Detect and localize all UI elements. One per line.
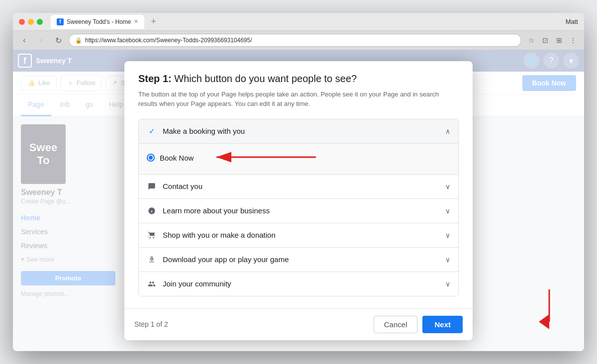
- expanded-content-booking: Book Now: [139, 143, 458, 174]
- user-name: Matt: [566, 18, 578, 25]
- chevron-down-icon-community: ∨: [445, 280, 450, 288]
- chevron-up-icon: ∧: [445, 127, 450, 135]
- tab-close-button[interactable]: ✕: [134, 18, 138, 25]
- back-button[interactable]: ‹: [18, 34, 31, 47]
- traffic-lights: [19, 19, 43, 25]
- maximize-button[interactable]: [37, 19, 43, 25]
- url-bar[interactable]: 🔒 https://www.facebook.com/Sweeney-Todds…: [69, 34, 521, 47]
- radio-dot-book-now: [147, 154, 155, 162]
- url-text: https://www.facebook.com/Sweeney-Todds-2…: [85, 37, 252, 44]
- option-label-learn: Learn more about your business: [163, 206, 445, 215]
- modal-body: Step 1: Which button do you want people …: [124, 61, 473, 308]
- modal-dialog: Step 1: Which button do you want people …: [124, 61, 473, 340]
- sub-options-container: Book Now: [147, 150, 450, 166]
- extensions-icon[interactable]: ⊞: [553, 34, 565, 46]
- refresh-button[interactable]: ↻: [52, 34, 65, 47]
- chevron-down-icon-contact: ∨: [445, 182, 450, 190]
- download-icon: [147, 255, 157, 265]
- modal-description: The button at the top of your Page helps…: [138, 90, 459, 109]
- option-header-contact[interactable]: Contact you ∨: [139, 175, 458, 198]
- bookmark-icon[interactable]: ☆: [525, 34, 537, 46]
- facebook-page: f Sweeney T 🌐 ? ▾ 👍 Like ＋ Follow ↗ Shar…: [13, 50, 584, 351]
- option-group-shop: Shop with you or make a donation ∨: [139, 223, 458, 248]
- step-indicator: Step 1 of 2: [134, 320, 168, 328]
- addressbar-actions: ☆ ⊡ ⊞ ⋮: [525, 34, 579, 46]
- titlebar: f Sweeney Todd's - Home ✕ + Matt: [13, 13, 584, 31]
- next-button[interactable]: Next: [422, 316, 463, 333]
- minimize-button[interactable]: [28, 19, 34, 25]
- tab-area: f Sweeney Todd's - Home ✕ +: [51, 15, 562, 29]
- option-label-make-booking: Make a booking with you: [163, 127, 445, 135]
- chevron-down-icon-learn: ∨: [445, 207, 450, 215]
- option-group-download: Download your app or play your game ∨: [139, 248, 458, 272]
- modal-title: Step 1: Which button do you want people …: [138, 73, 459, 85]
- option-label-download: Download your app or play your game: [163, 255, 445, 264]
- check-icon: ✓: [147, 126, 157, 136]
- option-group-learn: Learn more about your business ∨: [139, 199, 458, 223]
- option-header-learn[interactable]: Learn more about your business ∨: [139, 199, 458, 223]
- option-header-community[interactable]: Join your community ∨: [139, 272, 458, 296]
- options-list: ✓ Make a booking with you ∧ Book Now: [138, 119, 459, 296]
- radio-label-book-now: Book Now: [160, 154, 194, 162]
- option-label-contact: Contact you: [163, 182, 445, 190]
- addressbar: ‹ › ↻ 🔒 https://www.facebook.com/Sweeney…: [13, 31, 584, 50]
- new-tab-button[interactable]: +: [147, 16, 159, 28]
- browser-tab[interactable]: f Sweeney Todd's - Home ✕: [51, 15, 144, 29]
- favicon: f: [57, 18, 64, 25]
- secure-icon: 🔒: [75, 37, 82, 44]
- modal-overlay: Step 1: Which button do you want people …: [13, 50, 584, 351]
- option-label-shop: Shop with you or make a donation: [163, 231, 445, 239]
- option-header-make-booking[interactable]: ✓ Make a booking with you ∧: [139, 119, 458, 143]
- modal-footer: Step 1 of 2 Cancel Next: [124, 308, 473, 340]
- cast-icon[interactable]: ⊡: [539, 34, 551, 46]
- chevron-down-icon-download: ∨: [445, 256, 450, 264]
- footer-buttons: Cancel Next: [374, 316, 463, 333]
- option-group-contact: Contact you ∨: [139, 175, 458, 199]
- cancel-button[interactable]: Cancel: [374, 316, 418, 333]
- close-button[interactable]: [19, 19, 25, 25]
- people-icon: [147, 279, 157, 289]
- option-group-make-booking: ✓ Make a booking with you ∧ Book Now: [139, 119, 458, 175]
- shop-icon: [147, 230, 157, 240]
- option-header-shop[interactable]: Shop with you or make a donation ∨: [139, 223, 458, 247]
- option-group-community: Join your community ∨: [139, 272, 458, 296]
- tab-title: Sweeney Todd's - Home: [67, 18, 131, 25]
- step-question: Which button do you want people to see?: [174, 73, 357, 84]
- forward-button[interactable]: ›: [35, 34, 48, 47]
- chevron-down-icon-shop: ∨: [445, 231, 450, 239]
- option-header-download[interactable]: Download your app or play your game ∨: [139, 248, 458, 272]
- radio-option-book-now[interactable]: Book Now: [147, 150, 450, 166]
- step-label: Step 1:: [138, 73, 172, 84]
- chat-icon: [147, 182, 157, 191]
- info-icon: [147, 206, 157, 216]
- menu-icon[interactable]: ⋮: [567, 34, 579, 46]
- option-label-community: Join your community: [163, 279, 445, 288]
